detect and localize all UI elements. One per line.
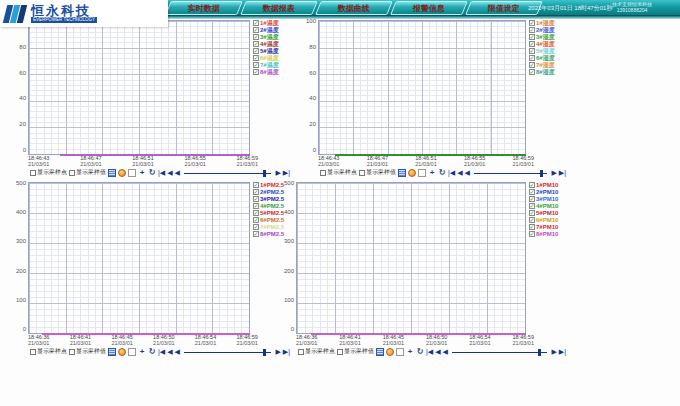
legend-checkbox-icon[interactable]: ✓ <box>529 48 535 54</box>
report-icon[interactable] <box>398 169 406 177</box>
checkbox-icon[interactable] <box>69 349 75 355</box>
tab-alarm-info[interactable]: 报警信息 <box>390 1 468 15</box>
show-sample-points-checkbox[interactable]: 显示采样点 <box>30 168 67 177</box>
legend-checkbox-icon[interactable]: ✓ <box>253 224 259 230</box>
legend-checkbox-icon[interactable]: ✓ <box>529 196 535 202</box>
skip-end-icon[interactable]: ▶| <box>559 348 566 356</box>
checkbox-icon[interactable] <box>320 170 326 176</box>
clock-icon[interactable] <box>118 169 126 177</box>
scrollbar-handle[interactable] <box>263 170 266 177</box>
step-back-icon[interactable]: ◀ <box>167 348 172 356</box>
skip-start-icon[interactable]: |◀ <box>448 169 455 177</box>
skip-end-icon[interactable]: ▶| <box>559 169 566 177</box>
skip-start-icon[interactable]: |◀ <box>158 169 165 177</box>
time-scrollbar[interactable] <box>450 348 549 356</box>
refresh-icon[interactable]: ↻ <box>148 348 156 356</box>
show-sample-values-checkbox[interactable]: 显示采样值 <box>359 168 396 177</box>
checkbox-icon[interactable] <box>30 349 36 355</box>
checkbox-icon[interactable] <box>298 349 304 355</box>
show-sample-values-checkbox[interactable]: 显示采样值 <box>69 168 106 177</box>
pan-icon[interactable]: + <box>138 348 146 356</box>
report-icon[interactable] <box>108 169 116 177</box>
page-forward-icon[interactable]: ▶ <box>551 348 556 356</box>
refresh-icon[interactable]: ↻ <box>416 348 424 356</box>
page-icon[interactable] <box>418 169 426 177</box>
time-scrollbar[interactable] <box>472 169 549 177</box>
legend-checkbox-icon[interactable]: ✓ <box>253 69 259 75</box>
report-icon[interactable] <box>376 348 384 356</box>
pan-icon[interactable]: + <box>138 169 146 177</box>
legend-checkbox-icon[interactable]: ✓ <box>529 34 535 40</box>
legend-checkbox-icon[interactable]: ✓ <box>529 27 535 33</box>
skip-end-icon[interactable]: ▶| <box>283 169 290 177</box>
legend-checkbox-icon[interactable]: ✓ <box>253 48 259 54</box>
legend-checkbox-icon[interactable]: ✓ <box>529 55 535 61</box>
legend-checkbox-icon[interactable]: ✓ <box>253 62 259 68</box>
legend-checkbox-icon[interactable]: ✓ <box>253 182 259 188</box>
skip-start-icon[interactable]: |◀ <box>426 348 433 356</box>
legend-checkbox-icon[interactable]: ✓ <box>529 20 535 26</box>
legend-checkbox-icon[interactable]: ✓ <box>253 41 259 47</box>
time-scrollbar[interactable] <box>182 348 273 356</box>
chart-plot-area[interactable] <box>318 20 526 155</box>
legend-checkbox-icon[interactable]: ✓ <box>253 189 259 195</box>
legend-checkbox-icon[interactable]: ✓ <box>253 55 259 61</box>
clock-icon[interactable] <box>408 169 416 177</box>
legend-checkbox-icon[interactable]: ✓ <box>253 217 259 223</box>
show-sample-points-checkbox[interactable]: 显示采样点 <box>320 168 357 177</box>
clock-icon[interactable] <box>118 348 126 356</box>
chart-plot-area[interactable] <box>28 20 250 155</box>
page-back-icon[interactable]: ◀ <box>443 348 448 356</box>
step-back-icon[interactable]: ◀ <box>167 169 172 177</box>
legend-checkbox-icon[interactable]: ✓ <box>529 231 535 237</box>
pan-icon[interactable]: + <box>428 169 436 177</box>
legend-checkbox-icon[interactable]: ✓ <box>253 196 259 202</box>
legend-checkbox-icon[interactable]: ✓ <box>253 210 259 216</box>
checkbox-icon[interactable] <box>30 170 36 176</box>
page-forward-icon[interactable]: ▶ <box>551 169 556 177</box>
checkbox-icon[interactable] <box>69 170 75 176</box>
page-back-icon[interactable]: ◀ <box>175 348 180 356</box>
page-icon[interactable] <box>128 169 136 177</box>
legend-checkbox-icon[interactable]: ✓ <box>529 210 535 216</box>
legend-checkbox-icon[interactable]: ✓ <box>253 34 259 40</box>
legend-checkbox-icon[interactable]: ✓ <box>529 203 535 209</box>
checkbox-icon[interactable] <box>359 170 365 176</box>
page-back-icon[interactable]: ◀ <box>465 169 470 177</box>
legend-checkbox-icon[interactable]: ✓ <box>529 224 535 230</box>
legend-checkbox-icon[interactable]: ✓ <box>529 189 535 195</box>
legend-checkbox-icon[interactable]: ✓ <box>253 20 259 26</box>
page-forward-icon[interactable]: ▶ <box>275 169 280 177</box>
tab-realtime-data[interactable]: 实时数据 <box>165 1 243 15</box>
legend-checkbox-icon[interactable]: ✓ <box>253 203 259 209</box>
page-icon[interactable] <box>396 348 404 356</box>
legend-checkbox-icon[interactable]: ✓ <box>529 217 535 223</box>
refresh-icon[interactable]: ↻ <box>148 169 156 177</box>
legend-checkbox-icon[interactable]: ✓ <box>529 69 535 75</box>
step-back-icon[interactable]: ◀ <box>457 169 462 177</box>
time-scrollbar[interactable] <box>182 169 273 177</box>
refresh-icon[interactable]: ↻ <box>438 169 446 177</box>
tab-data-report[interactable]: 数据报表 <box>240 1 318 15</box>
report-icon[interactable] <box>108 348 116 356</box>
legend-checkbox-icon[interactable]: ✓ <box>529 182 535 188</box>
legend-checkbox-icon[interactable]: ✓ <box>253 231 259 237</box>
scrollbar-handle[interactable] <box>538 349 541 356</box>
legend-checkbox-icon[interactable]: ✓ <box>529 41 535 47</box>
step-back-icon[interactable]: ◀ <box>435 348 440 356</box>
show-sample-points-checkbox[interactable]: 显示采样点 <box>30 347 67 356</box>
page-back-icon[interactable]: ◀ <box>175 169 180 177</box>
scrollbar-handle[interactable] <box>263 349 266 356</box>
pan-icon[interactable]: + <box>406 348 414 356</box>
chart-plot-area[interactable] <box>296 182 526 334</box>
show-sample-values-checkbox[interactable]: 显示采样值 <box>337 347 374 356</box>
show-sample-points-checkbox[interactable]: 显示采样点 <box>298 347 335 356</box>
legend-checkbox-icon[interactable]: ✓ <box>253 27 259 33</box>
tab-data-curve[interactable]: 数据曲线 <box>315 1 393 15</box>
skip-start-icon[interactable]: |◀ <box>158 348 165 356</box>
chart-plot-area[interactable] <box>28 182 250 334</box>
show-sample-values-checkbox[interactable]: 显示采样值 <box>69 347 106 356</box>
clock-icon[interactable] <box>386 348 394 356</box>
scrollbar-handle[interactable] <box>540 170 543 177</box>
checkbox-icon[interactable] <box>337 349 343 355</box>
